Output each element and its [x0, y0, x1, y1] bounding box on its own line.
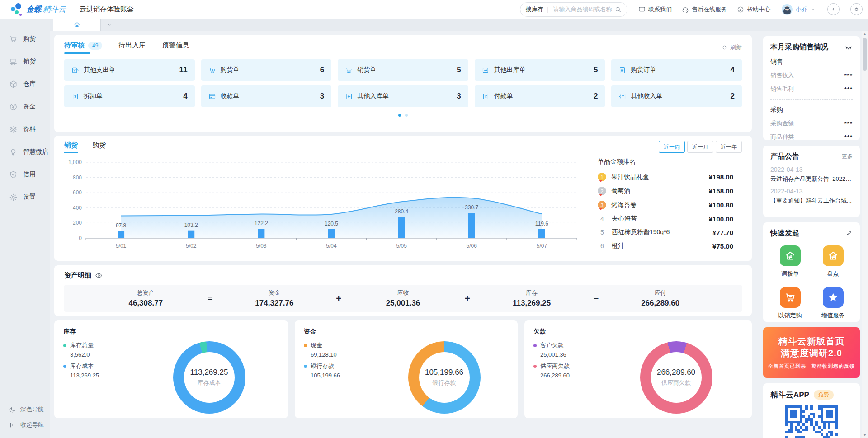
legend-label: 供应商欠款 — [540, 362, 570, 370]
sidebar-toggle-dark-nav[interactable]: 深色导航 — [9, 405, 50, 414]
user-menu[interactable]: 小乔 — [781, 4, 816, 15]
sidebar-nav: 购货销货仓库资金资料智慧微店信用设置 — [0, 19, 50, 208]
app-header: 精斗云APP 免费 — [770, 390, 853, 400]
eye-closed-icon[interactable] — [844, 43, 853, 52]
sidebar-toggle-collapse-nav[interactable]: 收起导航 — [9, 421, 50, 429]
legend-item-0: 客户欠款25,001.36 — [533, 341, 609, 358]
ranking-row-2[interactable]: 2葡萄酒¥158.00 — [598, 187, 733, 195]
todo-tab-0[interactable]: 待审核49 — [64, 41, 102, 54]
top-link-help-center[interactable]: 帮助中心 — [737, 5, 770, 14]
sidebar-item-funds[interactable]: 资金 — [0, 95, 50, 118]
scroll-up-arrow[interactable]: ▲ — [863, 31, 867, 37]
formula-operator: + — [329, 293, 349, 304]
todo-item-count: 2 — [594, 92, 598, 101]
page-dot-0[interactable] — [398, 114, 401, 117]
eye-icon[interactable] — [95, 272, 103, 279]
todo-item-8[interactable]: 付款单2 — [475, 85, 605, 107]
todo-item-7[interactable]: 其他入库单3 — [338, 85, 468, 107]
home-tab[interactable] — [53, 19, 100, 31]
assets-header: 资产明细 — [64, 271, 742, 280]
formula-value: 174,327.76 — [220, 299, 329, 308]
sidebar-item-settings[interactable]: 设置 — [0, 186, 50, 208]
sidebar-item-data[interactable]: 资料 — [0, 118, 50, 141]
svg-text:330.7: 330.7 — [465, 204, 478, 211]
announcement-item-1[interactable]: 2022-04-13【重要通知】精斗云工作台域... — [770, 188, 853, 205]
search-input[interactable] — [552, 5, 613, 13]
legend-value: 113,269.25 — [70, 372, 139, 379]
svg-text:400: 400 — [73, 205, 82, 211]
monthly-row-value: *** — [844, 86, 853, 93]
todo-item-count: 4 — [183, 92, 187, 101]
todo-item-1[interactable]: 购货单6 — [201, 59, 332, 81]
ranking-row-1[interactable]: 1果汁饮品礼盒¥198.00 — [598, 173, 733, 181]
cart-icon — [9, 35, 18, 43]
formula-item-3: 库存113,269.25 — [477, 289, 586, 308]
more-link[interactable]: 更多 — [842, 153, 853, 160]
search-divider: | — [547, 6, 548, 13]
power-circle-button[interactable] — [850, 3, 863, 15]
account-title: 云进销存体验账套 — [80, 5, 134, 14]
svg-text:600: 600 — [73, 189, 82, 196]
survey-banner[interactable]: 精斗云新版首页 满意度调研2.0 全新首页已到来 期待收到您的反馈 — [763, 327, 860, 378]
scroll-down-arrow[interactable]: ▼ — [863, 432, 867, 438]
sidebar-item-warehouse[interactable]: 仓库 — [0, 73, 50, 95]
range-button-1[interactable]: 近一月 — [687, 141, 713, 153]
sidebar-item-label: 智慧微店 — [23, 148, 48, 156]
page-scrollbar[interactable]: ▲ ▼ — [862, 31, 868, 438]
stock-search-box[interactable]: 搜库存 | — [520, 2, 627, 17]
todo-item-3[interactable]: 其他出库单5 — [475, 59, 605, 81]
quick-action-transfer-order[interactable]: 调拨单 — [780, 245, 801, 278]
brand-logo[interactable]: 金蝶 精斗云 — [11, 2, 66, 17]
range-button-2[interactable]: 近一年 — [716, 141, 742, 153]
announcements-title-row: 产品公告 更多 — [770, 152, 853, 161]
ranking-row-3[interactable]: 3烤海苔卷¥100.80 — [598, 201, 733, 209]
free-badge: 免费 — [814, 390, 834, 400]
quick-action-value-added[interactable]: 增值服务 — [821, 287, 845, 320]
range-button-0[interactable]: 近一周 — [659, 141, 685, 153]
quick-action-stocktake[interactable]: 盘点 — [823, 245, 844, 278]
todo-item-0[interactable]: 其他支出单11 — [64, 59, 195, 81]
top-link-contact[interactable]: 联系我们 — [638, 5, 672, 14]
formula-value: 46,308.77 — [91, 299, 200, 308]
product-name: 葡萄酒 — [611, 187, 705, 195]
todo-tab-2[interactable]: 预警信息 — [162, 41, 189, 54]
trend-tab-0[interactable]: 销货 — [64, 141, 78, 153]
sidebar-item-label: 仓库 — [23, 80, 36, 88]
todo-item-4[interactable]: 购货订单4 — [611, 59, 742, 81]
sidebar-item-credit[interactable]: 信用 — [0, 163, 50, 186]
ranking-row-5[interactable]: 5西红柿意粉酱190g*6¥77.70 — [598, 228, 733, 236]
svg-text:5/05: 5/05 — [396, 243, 407, 249]
quick-action-buy-by-sales[interactable]: 以销定购 — [778, 287, 802, 320]
sidebar-item-sales[interactable]: 销货 — [0, 50, 50, 73]
monthly-groups: 销售销售收入***销售毛利***采购采购金额***商品种类*** — [770, 58, 853, 141]
todo-tab-1[interactable]: 待出入库 — [118, 41, 146, 54]
monthly-group-name: 采购 — [770, 106, 853, 114]
pencil-icon[interactable] — [846, 230, 853, 237]
search-icon-slot[interactable] — [614, 6, 622, 13]
sidebar-toggle-label: 深色导航 — [20, 405, 44, 414]
quick-action-icon-box — [823, 245, 844, 266]
scrollbar-thumb[interactable] — [863, 38, 867, 71]
back-circle-button[interactable] — [827, 3, 840, 15]
trend-tab-1[interactable]: 购货 — [92, 141, 106, 153]
monthly-row-value: *** — [844, 72, 853, 79]
page-dot-1[interactable] — [405, 114, 408, 117]
todo-item-9[interactable]: 其他收入单2 — [611, 85, 742, 107]
todo-tab-badge: 49 — [88, 42, 102, 50]
sidebar-item-weidian[interactable]: 智慧微店 — [0, 141, 50, 163]
refresh-button[interactable]: 刷新 — [722, 43, 742, 52]
todo-item-5[interactable]: 拆卸单4 — [64, 85, 195, 107]
ranking-row-6[interactable]: 6橙汁¥75.00 — [598, 242, 733, 250]
announcement-item-0[interactable]: 2022-04-13云进销存产品更新公告_20220... — [770, 166, 853, 183]
todo-item-6[interactable]: 收款单3 — [201, 85, 332, 107]
cart-bold-icon — [784, 292, 796, 303]
top-link-after-sales[interactable]: 售后在线服务 — [682, 5, 727, 14]
todo-item-2[interactable]: 销货单5 — [338, 59, 468, 81]
moon-icon — [9, 406, 16, 413]
tab-dropdown-caret[interactable] — [100, 19, 118, 31]
doc-pay-icon — [482, 93, 490, 100]
chevron-down-icon — [810, 6, 816, 13]
sidebar-item-purchase[interactable]: 购货 — [0, 28, 50, 50]
ranking-row-4[interactable]: 4夹心海苔¥100.00 — [598, 215, 733, 223]
svg-text:800: 800 — [73, 174, 82, 181]
